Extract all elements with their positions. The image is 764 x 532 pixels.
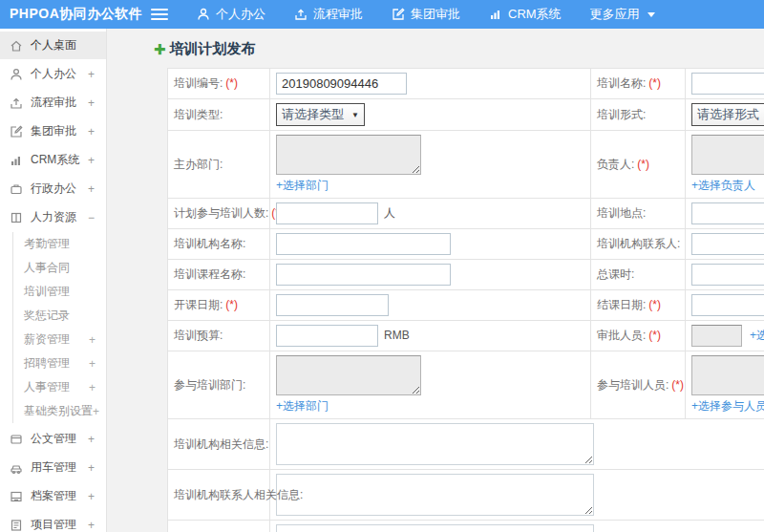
end-date-input[interactable]: [691, 294, 764, 316]
currency-label: RMB: [384, 329, 410, 342]
course-name-input[interactable]: [276, 264, 451, 286]
nav-group-approval[interactable]: 集团审批: [392, 6, 460, 23]
training-no-input[interactable]: [276, 73, 407, 95]
budget-input[interactable]: [276, 325, 378, 347]
expand-icon[interactable]: +: [88, 154, 96, 167]
sidebar-subitem-salary[interactable]: 薪资管理 +: [13, 328, 106, 351]
org-name-input[interactable]: [276, 233, 451, 255]
field-label: 培训机构联系人:: [597, 237, 680, 250]
sidebar-subitem-hr-contract[interactable]: 人事合同: [13, 256, 106, 280]
field-label: 计划参与培训人数:: [174, 206, 268, 220]
approver-input[interactable]: [691, 325, 742, 347]
org-contact-input[interactable]: [691, 233, 764, 255]
field-label: 参与培训人员:: [597, 378, 668, 392]
sidebar-subitem-training[interactable]: 培训管理: [13, 280, 106, 304]
field-label: 培训机构相关信息:: [174, 437, 268, 451]
field-label: 主办部门:: [174, 158, 223, 171]
chart-icon: [10, 154, 23, 167]
join-dept-textarea[interactable]: [276, 355, 421, 395]
sidebar-item-personal-office[interactable]: 个人办公 +: [0, 60, 106, 88]
nav-more-apps[interactable]: 更多应用: [590, 6, 655, 23]
sidebar: 个人桌面 个人办公 + 流程审批 + 集团审批 + CRM系统 + 行政办公 +: [0, 29, 107, 532]
expand-icon[interactable]: +: [89, 381, 98, 394]
edit-icon: [392, 8, 405, 21]
upload-icon: [10, 96, 23, 110]
select-leader-link[interactable]: +选择负责人: [691, 178, 755, 194]
sidebar-item-archives[interactable]: 档案管理 +: [0, 482, 106, 510]
edit-icon: [10, 125, 23, 138]
planned-count-input[interactable]: [276, 202, 378, 224]
host-dept-textarea[interactable]: [276, 135, 421, 175]
sidebar-subitem-personnel[interactable]: 人事管理 +: [13, 375, 106, 399]
select-approver-link[interactable]: +选择审批人员: [750, 328, 764, 344]
sidebar-subitem-recruit[interactable]: 招聘管理 +: [13, 351, 106, 375]
top-nav: 个人办公 流程审批 集团审批 CRM系统 更多应用: [197, 6, 655, 23]
org-info-textarea[interactable]: [276, 423, 594, 465]
field-label: 总课时:: [597, 267, 634, 281]
sidebar-item-personal-desktop[interactable]: 个人桌面: [0, 32, 106, 59]
top-header: PHPOA协同办公软件 个人办公 流程审批 集团审批 CRM系统 更多应用: [0, 0, 764, 29]
field-label: 培训地点:: [597, 206, 646, 220]
field-label: 负责人:: [597, 158, 634, 171]
sidebar-item-crm[interactable]: CRM系统 +: [0, 146, 106, 174]
chevron-down-icon: [647, 12, 655, 17]
field-label: 培训类型:: [174, 108, 223, 121]
sidebar-item-projects[interactable]: 项目管理 +: [0, 511, 106, 532]
plus-icon: ✚: [154, 41, 166, 58]
home-icon: [10, 39, 23, 53]
org-contact-info-textarea[interactable]: [276, 474, 594, 516]
total-hours-input[interactable]: [691, 264, 764, 286]
expand-icon[interactable]: +: [88, 519, 96, 532]
field-label: 结课日期:: [597, 298, 646, 311]
sidebar-item-workflow-approval[interactable]: 流程审批 +: [0, 89, 106, 117]
field-label: 审批人员:: [597, 329, 646, 342]
nav-crm-system[interactable]: CRM系统: [489, 6, 562, 23]
sidebar-item-vehicle[interactable]: 用车管理 +: [0, 454, 106, 481]
hr-submenu: 考勤管理 人事合同 培训管理 奖惩记录 薪资管理 + 招聘管理 +: [12, 232, 106, 423]
nav-personal-office[interactable]: 个人办公: [197, 6, 265, 23]
book-icon: [10, 211, 23, 224]
join-people-textarea[interactable]: [691, 355, 764, 395]
expand-icon[interactable]: +: [88, 96, 96, 110]
training-type-select[interactable]: 请选择类型▼: [276, 103, 365, 126]
sidebar-item-hr[interactable]: 人力资源 −: [0, 203, 106, 231]
sidebar-subitem-base-category[interactable]: 基础类别设置 +: [13, 399, 106, 423]
expand-icon[interactable]: +: [88, 68, 96, 81]
expand-icon[interactable]: +: [88, 182, 96, 196]
start-date-input[interactable]: [276, 294, 389, 316]
sidebar-subitem-rewards[interactable]: 奖惩记录: [13, 304, 106, 328]
nav-workflow-approval[interactable]: 流程审批: [294, 6, 363, 23]
select-dept-link[interactable]: +选择部门: [276, 398, 329, 415]
project-icon: [10, 519, 23, 532]
expand-icon[interactable]: +: [88, 433, 96, 446]
expand-icon[interactable]: +: [89, 357, 98, 371]
collapse-icon[interactable]: −: [88, 211, 96, 224]
sidebar-item-group-approval[interactable]: 集团审批 +: [0, 117, 106, 145]
leader-textarea[interactable]: [691, 135, 764, 175]
training-name-input[interactable]: [691, 73, 764, 95]
unit-label: 人: [384, 206, 395, 220]
training-form-select[interactable]: 请选择形式▼: [691, 103, 764, 126]
page-title: 培训计划发布: [170, 40, 256, 58]
location-input[interactable]: [691, 202, 764, 224]
field-label: 培训编号:: [174, 76, 223, 90]
expand-icon[interactable]: +: [93, 405, 102, 418]
select-dept-link[interactable]: +选择部门: [276, 178, 329, 194]
sidebar-item-documents[interactable]: 公文管理 +: [0, 425, 106, 453]
sidebar-item-admin-office[interactable]: 行政办公 +: [0, 175, 106, 202]
select-participants-link[interactable]: +选择参与人员: [691, 398, 764, 415]
archive-icon: [10, 490, 23, 503]
menu-toggle-icon[interactable]: [151, 9, 168, 20]
expand-icon[interactable]: +: [89, 333, 98, 347]
training-plan-form: 培训编号:(*) 培训名称:(*) 培训类型: 请选择类型▼ 培训形式: 请选择…: [167, 68, 764, 532]
app-logo: PHPOA协同办公软件: [0, 6, 143, 23]
expand-icon[interactable]: +: [88, 125, 96, 138]
sidebar-subitem-attendance[interactable]: 考勤管理: [13, 232, 106, 256]
page-header: ✚ 培训计划发布: [107, 29, 764, 68]
expand-icon[interactable]: +: [88, 490, 96, 503]
main-content: ✚ 培训计划发布 培训编号:(*) 培训名称:(*) 培训类型: 请选择类型▼ …: [107, 29, 764, 532]
field-label: 培训机构联系人相关信息:: [174, 488, 303, 501]
requirement-textarea[interactable]: [276, 524, 594, 532]
chart-icon: [489, 8, 502, 21]
expand-icon[interactable]: +: [88, 461, 96, 475]
